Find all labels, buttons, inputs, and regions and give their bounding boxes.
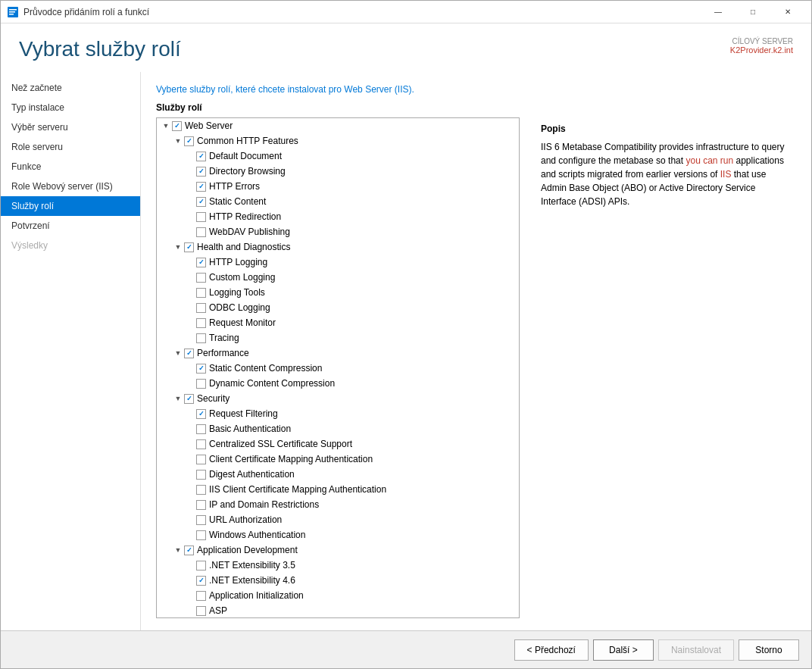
- expand-icon-web-server[interactable]: ▼: [160, 120, 172, 132]
- tree-item-common-http[interactable]: ▼✓Common HTTP Features: [157, 133, 519, 148]
- sidebar-item-functions[interactable]: Funkce: [1, 157, 140, 177]
- tree-item-performance[interactable]: ▼✓Performance: [157, 345, 519, 361]
- checkbox-http-redirect[interactable]: [196, 212, 206, 222]
- checkbox-basic-auth[interactable]: [196, 424, 206, 434]
- tree-item-security[interactable]: ▼✓Security: [157, 391, 519, 406]
- next-button[interactable]: Další >: [593, 639, 654, 661]
- expand-icon-static-content: [184, 195, 196, 208]
- tree-item-iis-client-cert[interactable]: IIS Client Certificate Mapping Authentic…: [157, 482, 519, 497]
- checkbox-dir-browsing[interactable]: ✓: [196, 167, 206, 177]
- expand-icon-http-redirect: [184, 211, 196, 223]
- checkbox-common-http[interactable]: ✓: [184, 136, 194, 146]
- checkbox-app-init[interactable]: [196, 591, 206, 601]
- tree-item-windows-auth[interactable]: Windows Authentication: [157, 527, 519, 542]
- sidebar-item-confirmation[interactable]: Potvrzení: [1, 216, 140, 236]
- checkbox-digest-auth[interactable]: [196, 470, 206, 480]
- expand-icon-performance[interactable]: ▼: [172, 347, 184, 359]
- sidebar-item-role-services[interactable]: Služby rolí: [1, 196, 140, 216]
- install-button: Nainstalovat: [658, 639, 734, 661]
- expand-icon-logging-tools: [184, 286, 196, 299]
- checkbox-ip-domain[interactable]: [196, 500, 206, 510]
- tree-item-centralized-ssl[interactable]: Centralized SSL Certificate Support: [157, 436, 519, 452]
- checkbox-asp[interactable]: [196, 606, 206, 616]
- checkbox-dynamic-compress[interactable]: [196, 379, 206, 389]
- checkbox-url-auth[interactable]: [196, 515, 206, 525]
- expand-icon-app-dev[interactable]: ▼: [172, 544, 184, 556]
- sidebar-item-server-select[interactable]: Výběr serveru: [1, 117, 140, 137]
- tree-item-asp[interactable]: ASP: [157, 603, 519, 618]
- checkbox-request-monitor[interactable]: [196, 318, 206, 328]
- checkbox-logging-tools[interactable]: [196, 288, 206, 298]
- checkbox-static-compress[interactable]: ✓: [196, 364, 206, 374]
- checkbox-performance[interactable]: ✓: [184, 349, 194, 358]
- tree-item-request-filter[interactable]: ✓Request Filtering: [157, 406, 519, 421]
- tree-item-tracing[interactable]: Tracing: [157, 330, 519, 345]
- expand-icon-net-ext-35: [184, 559, 196, 571]
- sidebar-item-before-start[interactable]: Než začnete: [1, 78, 140, 98]
- checkbox-net-ext-46[interactable]: ✓: [196, 576, 206, 586]
- tree-label-performance: Performance: [197, 348, 249, 358]
- checkbox-request-filter[interactable]: ✓: [196, 409, 206, 419]
- checkbox-client-cert-map[interactable]: [196, 455, 206, 464]
- checkbox-centralized-ssl[interactable]: [196, 439, 206, 449]
- expand-icon-health-diag[interactable]: ▼: [172, 241, 184, 253]
- checkbox-http-logging[interactable]: ✓: [196, 258, 206, 267]
- tree-item-app-dev[interactable]: ▼✓Application Development: [157, 542, 519, 558]
- content-area: Než začnete Typ instalace Výběr serveru …: [1, 72, 811, 630]
- tree-item-app-init[interactable]: Application Initialization: [157, 588, 519, 603]
- expand-icon-common-http[interactable]: ▼: [172, 135, 184, 147]
- checkbox-app-dev[interactable]: ✓: [184, 546, 194, 555]
- sidebar-item-web-server[interactable]: Role Webový server (IIS): [1, 177, 140, 196]
- tree-item-net-ext-35[interactable]: .NET Extensibility 3.5: [157, 558, 519, 573]
- tree-item-url-auth[interactable]: URL Authorization: [157, 512, 519, 527]
- checkbox-default-doc[interactable]: ✓: [196, 152, 206, 161]
- tree-panel[interactable]: ▼✓Web Server▼✓Common HTTP Features✓Defau…: [156, 117, 520, 618]
- tree-item-webdav[interactable]: WebDAV Publishing: [157, 224, 519, 239]
- tree-item-health-diag[interactable]: ▼✓Health and Diagnostics: [157, 239, 519, 255]
- tree-item-static-compress[interactable]: ✓Static Content Compression: [157, 361, 519, 376]
- minimize-button[interactable]: —: [701, 1, 735, 23]
- tree-item-custom-logging[interactable]: Custom Logging: [157, 270, 519, 285]
- sidebar: Než začnete Typ instalace Výběr serveru …: [1, 72, 141, 630]
- tree-item-http-logging[interactable]: ✓HTTP Logging: [157, 255, 519, 270]
- close-button[interactable]: ✕: [770, 1, 805, 23]
- checkbox-tracing[interactable]: [196, 333, 206, 343]
- checkbox-windows-auth[interactable]: [196, 530, 206, 540]
- checkbox-webdav[interactable]: [196, 227, 206, 237]
- tree-item-default-doc[interactable]: ✓Default Document: [157, 148, 519, 164]
- tree-item-web-server[interactable]: ▼✓Web Server: [157, 118, 519, 133]
- expand-icon-app-init: [184, 589, 196, 602]
- checkbox-custom-logging[interactable]: [196, 273, 206, 283]
- checkbox-odbc-logging[interactable]: [196, 303, 206, 313]
- maximize-button[interactable]: □: [735, 1, 770, 23]
- tree-item-odbc-logging[interactable]: ODBC Logging: [157, 300, 519, 315]
- expand-icon-custom-logging: [184, 271, 196, 283]
- target-server-info: CÍLOVÝ SERVER K2Provider.k2.int: [730, 37, 793, 55]
- checkbox-security[interactable]: ✓: [184, 394, 194, 404]
- cancel-button[interactable]: Storno: [739, 639, 799, 661]
- tree-item-static-content[interactable]: ✓Static Content: [157, 194, 519, 209]
- tree-item-client-cert-map[interactable]: Client Certificate Mapping Authenticatio…: [157, 452, 519, 467]
- tree-item-http-redirect[interactable]: HTTP Redirection: [157, 209, 519, 224]
- tree-item-net-ext-46[interactable]: ✓.NET Extensibility 4.6: [157, 573, 519, 588]
- checkbox-net-ext-35[interactable]: [196, 561, 206, 571]
- sidebar-item-server-roles[interactable]: Role serveru: [1, 137, 140, 157]
- back-button[interactable]: < Předchozí: [514, 639, 589, 661]
- tree-item-ip-domain[interactable]: IP and Domain Restrictions: [157, 497, 519, 512]
- tree-item-http-errors[interactable]: ✓HTTP Errors: [157, 179, 519, 194]
- tree-item-digest-auth[interactable]: Digest Authentication: [157, 467, 519, 482]
- expand-icon-security[interactable]: ▼: [172, 392, 184, 405]
- tree-item-dynamic-compress[interactable]: Dynamic Content Compression: [157, 376, 519, 391]
- tree-item-basic-auth[interactable]: Basic Authentication: [157, 421, 519, 436]
- wizard-icon: [7, 6, 19, 18]
- sidebar-item-results: Výsledky: [1, 236, 140, 255]
- tree-item-logging-tools[interactable]: Logging Tools: [157, 285, 519, 300]
- tree-item-request-monitor[interactable]: Request Monitor: [157, 315, 519, 330]
- checkbox-web-server[interactable]: ✓: [172, 121, 182, 131]
- checkbox-static-content[interactable]: ✓: [196, 197, 206, 207]
- checkbox-health-diag[interactable]: ✓: [184, 242, 194, 252]
- checkbox-http-errors[interactable]: ✓: [196, 182, 206, 192]
- tree-item-dir-browsing[interactable]: ✓Directory Browsing: [157, 164, 519, 179]
- checkbox-iis-client-cert[interactable]: [196, 485, 206, 495]
- sidebar-item-install-type[interactable]: Typ instalace: [1, 98, 140, 117]
